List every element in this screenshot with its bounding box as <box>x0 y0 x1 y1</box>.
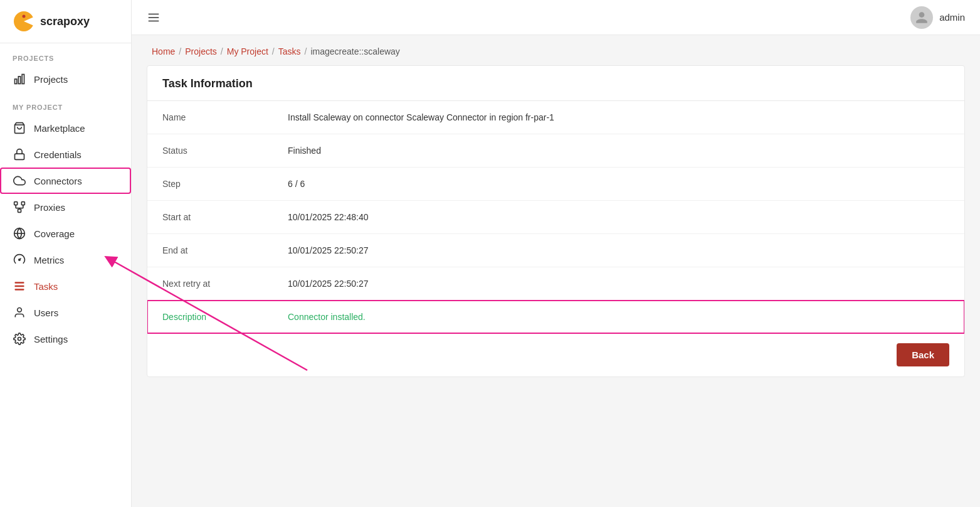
label-status: Status <box>147 134 273 168</box>
svg-rect-6 <box>15 154 24 159</box>
svg-point-21 <box>18 308 22 312</box>
breadcrumb-sep-4: / <box>305 46 307 56</box>
table-row-description: Description Connector installed. <box>147 301 964 334</box>
sidebar-item-connectors[interactable]: Connectors <box>0 168 131 194</box>
breadcrumb-current: imagecreate::scaleway <box>310 46 399 56</box>
breadcrumb-sep-2: / <box>221 46 223 56</box>
card-body: Name Install Scaleway on connector Scale… <box>147 101 964 333</box>
logo-text: scrapoxy <box>40 15 90 28</box>
tasks-icon <box>13 279 26 293</box>
card-header: Task Information <box>147 66 964 101</box>
sidebar-item-tasks-label: Tasks <box>34 281 58 292</box>
sidebar-item-proxies[interactable]: Proxies <box>0 194 131 220</box>
label-end-at: End at <box>147 234 273 267</box>
lock-icon <box>13 147 26 161</box>
breadcrumb-sep-3: / <box>272 46 275 56</box>
svg-rect-2 <box>15 79 17 84</box>
sidebar-item-projects-label: Projects <box>34 74 68 85</box>
card-footer: Back <box>147 333 964 376</box>
value-description: Connector installed. <box>273 301 964 334</box>
basket-icon <box>13 121 26 135</box>
sidebar-item-tasks[interactable]: Tasks <box>0 273 131 299</box>
value-start-at: 10/01/2025 22:48:40 <box>273 201 964 234</box>
sidebar-item-users[interactable]: Users <box>0 299 131 326</box>
sidebar-item-connectors-label: Connectors <box>34 176 82 186</box>
breadcrumb-tasks[interactable]: Tasks <box>278 46 301 56</box>
value-end-at: 10/01/2025 22:50:27 <box>273 234 964 267</box>
sidebar-item-users-label: Users <box>34 307 58 318</box>
table-row: Status Finished <box>147 134 964 168</box>
breadcrumb: Home / Projects / My Project / Tasks / i… <box>132 35 980 65</box>
breadcrumb-home[interactable]: Home <box>152 46 175 56</box>
sidebar-item-settings[interactable]: Settings <box>0 326 131 352</box>
user-menu[interactable]: admin <box>910 6 965 29</box>
svg-point-1 <box>23 15 26 18</box>
gauge-icon <box>13 253 26 267</box>
globe-icon <box>13 227 26 240</box>
sidebar: scrapoxy PROJECTS Projects MY PROJECT Ma… <box>0 0 132 507</box>
logo[interactable]: scrapoxy <box>0 0 131 43</box>
cloud-icon <box>13 174 26 188</box>
sidebar-item-settings-label: Settings <box>34 334 68 344</box>
svg-rect-3 <box>18 77 20 84</box>
task-info-card: Task Information Name Install Scaleway o… <box>147 65 965 377</box>
sidebar-item-projects[interactable]: Projects <box>0 66 131 92</box>
svg-rect-19 <box>15 286 24 287</box>
svg-rect-18 <box>15 282 24 284</box>
sidebar-item-marketplace[interactable]: Marketplace <box>0 115 131 141</box>
label-start-at: Start at <box>147 201 273 234</box>
svg-rect-9 <box>18 209 21 212</box>
back-button[interactable]: Back <box>897 343 949 366</box>
projects-section-label: PROJECTS <box>0 43 131 66</box>
svg-rect-8 <box>21 202 24 205</box>
sidebar-item-marketplace-label: Marketplace <box>34 123 85 134</box>
value-name: Install Scaleway on connector Scaleway C… <box>273 101 964 134</box>
label-description: Description <box>147 301 273 334</box>
admin-label: admin <box>939 12 965 23</box>
sidebar-item-coverage-label: Coverage <box>34 228 75 239</box>
label-step: Step <box>147 168 273 201</box>
network-icon <box>13 200 26 214</box>
card-title: Task Information <box>162 77 253 90</box>
svg-rect-4 <box>22 75 24 84</box>
page-content: Home / Projects / My Project / Tasks / i… <box>132 35 980 507</box>
menu-button[interactable] <box>147 11 161 24</box>
value-next-retry: 10/01/2025 22:50:27 <box>273 267 964 301</box>
table-row: Name Install Scaleway on connector Scale… <box>147 101 964 134</box>
logo-icon <box>13 10 35 33</box>
sidebar-item-credentials[interactable]: Credentials <box>0 141 131 168</box>
label-name: Name <box>147 101 273 134</box>
table-row: Next retry at 10/01/2025 22:50:27 <box>147 267 964 301</box>
topbar: admin <box>132 0 980 35</box>
sidebar-item-metrics-label: Metrics <box>34 255 64 265</box>
svg-rect-7 <box>14 202 18 205</box>
breadcrumb-myproject[interactable]: My Project <box>227 46 268 56</box>
sidebar-item-proxies-label: Proxies <box>34 202 65 213</box>
main-content: admin Home / Projects / My Project / Tas… <box>132 0 980 507</box>
breadcrumb-sep-1: / <box>179 46 181 56</box>
sidebar-item-metrics[interactable]: Metrics <box>0 247 131 273</box>
breadcrumb-projects[interactable]: Projects <box>185 46 217 56</box>
chart-icon <box>13 72 26 86</box>
svg-point-22 <box>18 338 21 341</box>
user-icon <box>13 306 26 319</box>
value-status: Finished <box>273 134 964 168</box>
table-row: Step 6 / 6 <box>147 168 964 201</box>
table-row: End at 10/01/2025 22:50:27 <box>147 234 964 267</box>
table-row: Start at 10/01/2025 22:48:40 <box>147 201 964 234</box>
sidebar-item-coverage[interactable]: Coverage <box>0 220 131 247</box>
label-next-retry: Next retry at <box>147 267 273 301</box>
task-info-table: Name Install Scaleway on connector Scale… <box>147 101 964 333</box>
avatar <box>910 6 933 29</box>
svg-point-17 <box>19 259 21 261</box>
my-project-section-label: MY PROJECT <box>0 92 131 115</box>
svg-rect-20 <box>15 289 24 291</box>
value-step: 6 / 6 <box>273 168 964 201</box>
sidebar-item-credentials-label: Credentials <box>34 149 82 160</box>
gear-icon <box>13 332 26 346</box>
